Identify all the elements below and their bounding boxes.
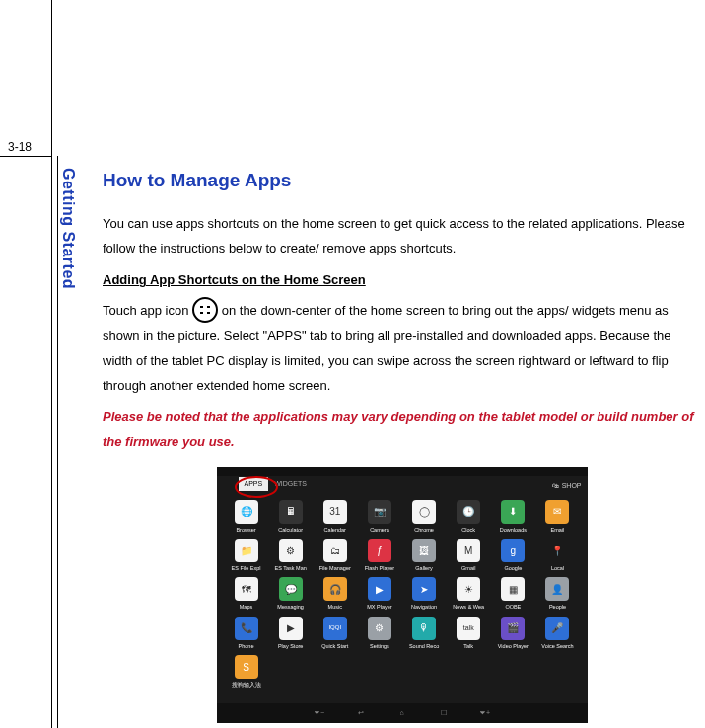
app-gallery[interactable]: 🖼Gallery bbox=[406, 539, 442, 573]
app-soundrec[interactable]: 🎙Sound Reco bbox=[406, 617, 442, 651]
app-sogou[interactable]: S搜狗输入法 bbox=[229, 655, 264, 690]
app-calendar[interactable]: 31Calendar bbox=[317, 500, 353, 535]
warning-note: Please be noted that the applications ma… bbox=[103, 405, 701, 454]
apps-row: 📞Phone ▶Play Store IQQIQuick Start ⚙Sett… bbox=[229, 617, 576, 651]
flash-icon: ƒ bbox=[368, 539, 391, 562]
margin-rule-inner bbox=[57, 156, 58, 728]
app-es-file[interactable]: 📁ES File Expl bbox=[229, 539, 264, 573]
volume-up-icon[interactable]: ⏷+ bbox=[478, 706, 492, 720]
section-label: Getting Started bbox=[59, 168, 77, 289]
app-google[interactable]: gGoogle bbox=[495, 539, 530, 573]
app-settings[interactable]: ⚙Settings bbox=[362, 617, 397, 651]
tablet-screenshot: APPS WIDGETS 🛍 SHOP 🌐Browser 🖩Calculator… bbox=[217, 467, 588, 723]
quickstart-icon: IQQI bbox=[323, 617, 347, 640]
folder-icon: 🗂 bbox=[323, 539, 347, 562]
download-icon: ⬇ bbox=[501, 500, 525, 524]
app-flash[interactable]: ƒFlash Player bbox=[362, 539, 397, 573]
video-icon: 🎬 bbox=[501, 617, 525, 640]
task-icon: ⚙ bbox=[279, 539, 303, 562]
volume-down-icon[interactable]: ⏷− bbox=[313, 706, 326, 720]
tablet-screen: APPS WIDGETS 🛍 SHOP 🌐Browser 🖩Calculator… bbox=[217, 467, 588, 723]
globe-icon: 🌐 bbox=[235, 500, 258, 524]
app-clock[interactable]: 🕒Clock bbox=[451, 500, 486, 535]
app-es-task[interactable]: ⚙ES Task Man bbox=[273, 539, 309, 573]
para-lead: Touch app icon bbox=[103, 304, 188, 319]
margin-rule-outer bbox=[51, 0, 52, 728]
sogou-icon: S bbox=[235, 655, 258, 679]
app-downloads[interactable]: ⬇Downloads bbox=[495, 500, 530, 535]
folder-icon: 📁 bbox=[235, 539, 258, 562]
system-navbar: ⏷− ↩ ⌂ ☐ ⏷+ bbox=[217, 703, 588, 723]
app-mxplayer[interactable]: ▶MX Player bbox=[362, 577, 397, 612]
play-icon: ▶ bbox=[368, 577, 391, 601]
chrome-icon: ◯ bbox=[412, 500, 436, 524]
message-icon: 💬 bbox=[279, 577, 303, 601]
clock-icon: 🕒 bbox=[457, 500, 480, 524]
page-title: How to Manage Apps bbox=[103, 163, 701, 198]
apps-launcher-icon bbox=[192, 297, 218, 323]
instruction-paragraph: Touch app icon on the down-center of the… bbox=[103, 299, 701, 398]
manual-page: 3-18 Getting Started How to Manage Apps … bbox=[0, 0, 705, 728]
content-area: How to Manage Apps You can use apps shor… bbox=[103, 163, 701, 723]
camera-icon: 📷 bbox=[368, 500, 391, 524]
app-people[interactable]: 👤People bbox=[539, 577, 575, 612]
app-camera[interactable]: 📷Camera bbox=[362, 500, 397, 535]
calendar-icon: 31 bbox=[323, 500, 347, 524]
app-video[interactable]: 🎬Video Player bbox=[495, 617, 530, 651]
app-browser[interactable]: 🌐Browser bbox=[229, 500, 264, 535]
app-messaging[interactable]: 💬Messaging bbox=[273, 577, 309, 612]
settings-icon: ⚙ bbox=[368, 617, 391, 640]
para-rest: on the down-center of the home screen to… bbox=[103, 304, 671, 393]
calculator-icon: 🖩 bbox=[279, 500, 303, 524]
mic-icon: 🎙 bbox=[412, 617, 436, 640]
recents-icon[interactable]: ☐ bbox=[437, 706, 451, 720]
back-icon[interactable]: ↩ bbox=[354, 706, 368, 720]
tab-widgets[interactable]: WIDGETS bbox=[268, 477, 313, 491]
app-maps[interactable]: 🗺Maps bbox=[229, 577, 264, 612]
status-bar bbox=[217, 467, 588, 476]
page-number-rule bbox=[0, 156, 51, 157]
app-email[interactable]: ✉Email bbox=[539, 500, 575, 535]
app-oobe[interactable]: ▦OOBE bbox=[495, 577, 530, 612]
playstore-icon: ▶ bbox=[279, 617, 303, 640]
app-talk[interactable]: talkTalk bbox=[451, 617, 486, 651]
phone-icon: 📞 bbox=[235, 617, 258, 640]
app-file-manager[interactable]: 🗂File Manager bbox=[317, 539, 353, 573]
page-number: 3-18 bbox=[0, 140, 51, 154]
gallery-icon: 🖼 bbox=[412, 539, 436, 562]
voice-icon: 🎤 bbox=[545, 617, 569, 640]
tab-apps[interactable]: APPS bbox=[239, 477, 269, 491]
app-calculator[interactable]: 🖩Calculator bbox=[273, 500, 309, 535]
app-local[interactable]: 📍Local bbox=[539, 539, 575, 573]
app-chrome[interactable]: ◯Chrome bbox=[406, 500, 442, 535]
talk-icon: talk bbox=[457, 617, 480, 640]
apps-row: S搜狗输入法 bbox=[229, 655, 576, 690]
google-icon: g bbox=[501, 539, 525, 562]
music-icon: 🎧 bbox=[323, 577, 347, 601]
pin-icon: 📍 bbox=[545, 539, 569, 562]
app-navigation[interactable]: ➤Navigation bbox=[406, 577, 442, 612]
email-icon: ✉ bbox=[545, 500, 569, 524]
apps-row: 📁ES File Expl ⚙ES Task Man 🗂File Manager… bbox=[229, 539, 576, 573]
apps-row: 🌐Browser 🖩Calculator 31Calendar 📷Camera … bbox=[229, 500, 576, 535]
app-playstore[interactable]: ▶Play Store bbox=[273, 617, 309, 651]
nav-arrow-icon: ➤ bbox=[412, 577, 436, 601]
tab-bar: APPS WIDGETS 🛍 SHOP bbox=[217, 476, 588, 492]
app-music[interactable]: 🎧Music bbox=[317, 577, 353, 612]
shop-label: SHOP bbox=[562, 479, 582, 492]
gmail-icon: M bbox=[457, 539, 480, 562]
people-icon: 👤 bbox=[545, 577, 569, 601]
home-icon[interactable]: ⌂ bbox=[395, 706, 409, 720]
shop-icon: 🛍 bbox=[552, 479, 559, 492]
app-gmail[interactable]: MGmail bbox=[451, 539, 486, 573]
app-quickstart[interactable]: IQQIQuick Start bbox=[317, 617, 353, 651]
maps-icon: 🗺 bbox=[235, 577, 258, 601]
apps-grid: 🌐Browser 🖩Calculator 31Calendar 📷Camera … bbox=[217, 492, 588, 691]
app-news[interactable]: ☀News & Wea bbox=[451, 577, 486, 612]
news-icon: ☀ bbox=[457, 577, 480, 601]
oobe-icon: ▦ bbox=[501, 577, 525, 601]
shop-link[interactable]: 🛍 SHOP bbox=[552, 479, 582, 492]
app-phone[interactable]: 📞Phone bbox=[229, 617, 264, 651]
app-voice[interactable]: 🎤Voice Search bbox=[539, 617, 575, 651]
subheading: Adding App Shortcuts on the Home Screen bbox=[103, 268, 701, 293]
